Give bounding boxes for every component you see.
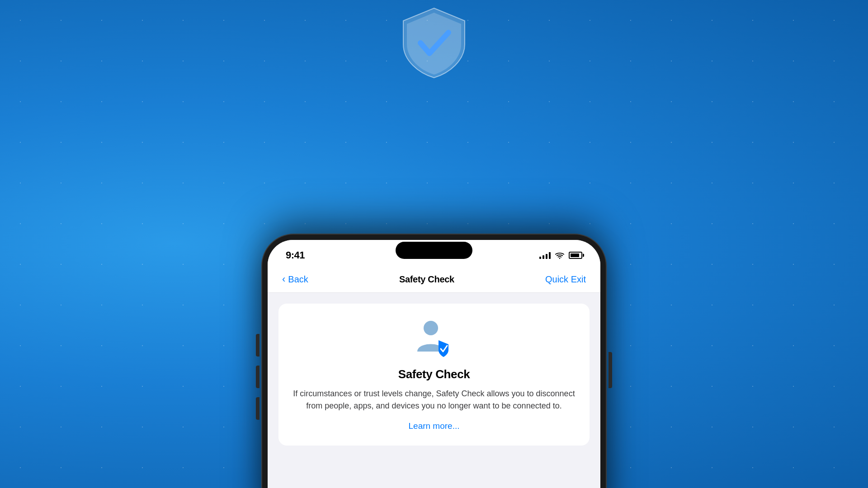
svg-point-1	[424, 321, 438, 335]
back-chevron-icon: ‹	[282, 273, 285, 285]
nav-title: Safety Check	[399, 274, 454, 285]
battery-icon	[569, 252, 582, 259]
signal-bars-icon	[539, 252, 551, 259]
safety-check-icon-wrap	[293, 320, 575, 358]
wifi-icon	[555, 252, 564, 259]
top-shield-icon	[398, 5, 470, 81]
card-title: Safety Check	[293, 367, 575, 381]
back-button[interactable]: ‹ Back	[282, 273, 308, 285]
safety-check-person-icon	[414, 320, 454, 358]
phone-screen: 9:41	[268, 240, 600, 488]
card-description: If circumstances or trust levels change,…	[293, 388, 575, 412]
nav-bar: ‹ Back Safety Check Quick Exit	[268, 266, 600, 293]
status-icons	[539, 252, 582, 259]
svg-point-0	[559, 258, 561, 259]
status-time: 9:41	[286, 249, 305, 261]
back-label: Back	[288, 274, 308, 285]
learn-more-link[interactable]: Learn more...	[293, 421, 575, 431]
phone-frame: 9:41	[262, 235, 606, 488]
safety-check-card: Safety Check If circumstances or trust l…	[278, 304, 590, 446]
content-area: Safety Check If circumstances or trust l…	[268, 293, 600, 488]
dynamic-island	[396, 242, 472, 259]
quick-exit-button[interactable]: Quick Exit	[545, 274, 586, 285]
status-bar: 9:41	[268, 240, 600, 266]
